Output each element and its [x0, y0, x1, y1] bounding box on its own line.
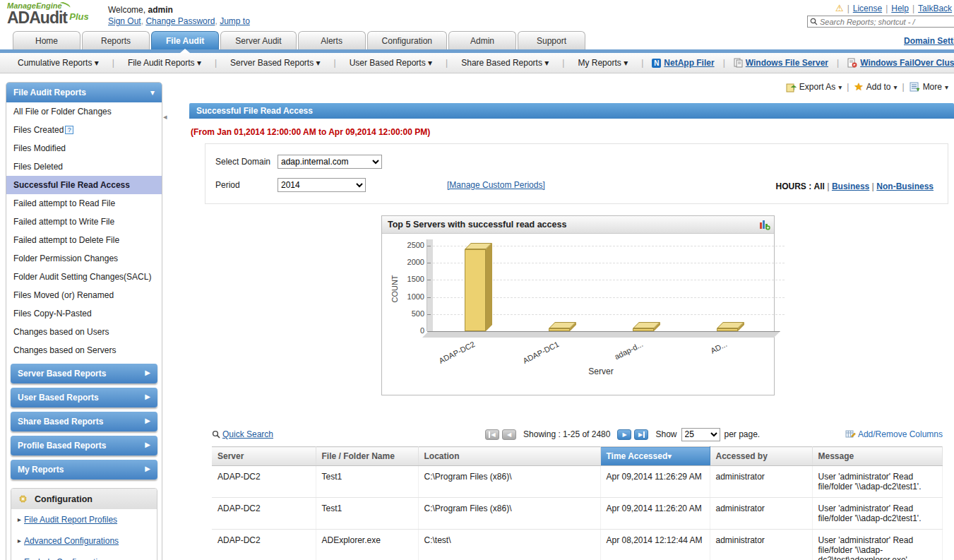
- manage-custom-periods-link[interactable]: [Manage Custom Periods]: [447, 180, 545, 190]
- domain-filter-row: Select Domain adap.internal.com: [215, 155, 382, 169]
- cell-accessed-by: administrator: [710, 466, 812, 498]
- sidebar-item-all-file-or-folder-changes[interactable]: All File or Folder Changes: [6, 102, 162, 121]
- sidebar-item-failed-write[interactable]: Failed attempt to Write File: [6, 213, 162, 231]
- period-select[interactable]: 2014: [278, 178, 366, 192]
- quick-search-button[interactable]: Quick Search: [212, 429, 273, 439]
- menu-share-based-reports[interactable]: Share Based Reports ▾: [452, 58, 558, 68]
- talkback-link[interactable]: TalkBack: [918, 4, 952, 13]
- hours-all: All: [814, 181, 825, 191]
- menu-label: File Audit Reports: [128, 58, 195, 68]
- sidebar-item-files-moved-renamed[interactable]: Files Moved (or) Renamed: [6, 286, 162, 304]
- menu-file-audit-reports[interactable]: File Audit Reports ▾: [119, 58, 210, 68]
- col-header-accessed-by[interactable]: Accessed by: [710, 447, 812, 466]
- select-domain-label: Select Domain: [215, 157, 278, 167]
- chart-header: Top 5 Servers with successful read acces…: [382, 216, 774, 234]
- sidebar-header-file-audit-reports[interactable]: File Audit Reports ▾: [6, 83, 162, 102]
- search-icon: [810, 18, 818, 25]
- first-page-button[interactable]: ◀: [485, 429, 499, 440]
- sidebar-section-my-reports[interactable]: My Reports▶: [11, 460, 157, 479]
- quick-search-label: Quick Search: [222, 429, 273, 439]
- sidebar-section-server-based-reports[interactable]: Server Based Reports▶: [11, 364, 157, 383]
- warning-icon[interactable]: ⚠: [835, 3, 844, 13]
- tab-configuration[interactable]: Configuration: [367, 31, 447, 49]
- sidebar-item-files-copy-n-pasted[interactable]: Files Copy-N-Pasted: [6, 304, 162, 323]
- help-link[interactable]: Help: [891, 4, 909, 13]
- sidebar-item-files-created[interactable]: Files Created?: [6, 121, 162, 139]
- next-page-button[interactable]: ▶: [617, 429, 631, 440]
- tab-home[interactable]: Home: [13, 31, 81, 49]
- sidebar-item-successful-file-read-access[interactable]: Successful File Read Access: [6, 176, 162, 194]
- tab-file-audit[interactable]: File Audit: [151, 31, 219, 49]
- cell-server: ADAP-DC2: [212, 530, 316, 560]
- tab-admin[interactable]: Admin: [448, 31, 516, 49]
- config-link-exclude-configuration[interactable]: ▾Exclude Configuration: [11, 552, 157, 560]
- cell-time: Apr 09,2014 11:26:29 AM: [600, 466, 710, 498]
- domain-settings-link[interactable]: Domain Settings: [904, 36, 954, 46]
- prev-page-button[interactable]: ◀: [502, 429, 516, 440]
- sidebar-section-profile-based-reports[interactable]: Profile Based Reports▶: [11, 436, 157, 455]
- username: admin: [148, 5, 172, 15]
- sidebar-item-folder-audit-setting-changes[interactable]: Folder Audit Setting Changes(SACL): [6, 268, 162, 286]
- arrow-icon: ▾: [15, 539, 23, 542]
- sidebar-section-share-based-reports[interactable]: Share Based Reports▶: [11, 412, 157, 431]
- menu-my-reports[interactable]: My Reports ▾: [568, 58, 637, 68]
- file-server-icon: [734, 58, 743, 68]
- netapp-filer-link[interactable]: NNetApp Filer: [652, 58, 714, 68]
- sidebar-item-changes-based-on-servers[interactable]: Changes based on Servers: [6, 341, 162, 359]
- table-header-row: Server File / Folder Name Location Time …: [212, 447, 943, 466]
- license-link[interactable]: License: [853, 4, 882, 13]
- add-remove-columns-button[interactable]: Add/Remove Columns: [845, 429, 943, 439]
- hours-non-business-link[interactable]: Non-Business: [876, 181, 934, 191]
- sidebar-item-failed-delete[interactable]: Failed attempt to Delete File: [6, 231, 162, 249]
- add-to-button[interactable]: ★ Add to ▾: [854, 81, 897, 93]
- domain-select[interactable]: adap.internal.com: [278, 155, 382, 169]
- sign-out-link[interactable]: Sign Out: [108, 16, 141, 26]
- col-header-server[interactable]: Server: [212, 447, 316, 466]
- cell-file-name: ADExplorer.exe: [316, 530, 418, 560]
- windows-file-server-link[interactable]: Windows File Server: [734, 58, 828, 68]
- change-password-link[interactable]: Change Password: [145, 16, 215, 26]
- sidebar-item-files-modified[interactable]: Files Modified: [6, 139, 162, 157]
- menu-cumulative-reports[interactable]: Cumulative Reports ▾: [8, 58, 108, 68]
- showing-range: 1-25 of 2480: [563, 429, 610, 439]
- config-link-advanced-configurations[interactable]: ▾Advanced Configurations: [11, 530, 157, 552]
- table-row: ADAP-DC2 Test1 C:\Program Files (x86)\ A…: [212, 466, 943, 498]
- menu-label: User Based Reports: [350, 58, 426, 68]
- sidebar-collapse-handle[interactable]: ◂: [163, 107, 170, 126]
- separator: ,: [215, 16, 217, 26]
- col-header-time-accessed[interactable]: Time Accessed▾: [600, 447, 710, 466]
- sidebar-item-changes-based-on-users[interactable]: Changes based on Users: [6, 323, 162, 341]
- separator: ,: [141, 16, 143, 26]
- cell-message: User 'administrator' Read file/folder '\…: [812, 466, 943, 498]
- sidebar-item-files-deleted[interactable]: Files Deleted: [6, 157, 162, 176]
- col-header-location[interactable]: Location: [418, 447, 600, 466]
- col-header-message[interactable]: Message: [812, 447, 943, 466]
- last-page-button[interactable]: ▶: [634, 429, 648, 440]
- menu-server-based-reports[interactable]: Server Based Reports ▾: [221, 58, 329, 68]
- tab-support[interactable]: Support: [518, 31, 585, 49]
- chart-panel: Top 5 Servers with successful read acces…: [381, 215, 775, 395]
- config-link-file-audit-report-profiles[interactable]: ▾File Audit Report Profiles: [11, 509, 157, 530]
- help-icon[interactable]: ?: [65, 126, 73, 134]
- configuration-header: Configuration: [11, 489, 157, 509]
- col-header-file-folder-name[interactable]: File / Folder Name: [316, 447, 418, 466]
- hours-business-link[interactable]: Business: [832, 181, 869, 191]
- page-size-select[interactable]: 25: [681, 428, 720, 441]
- tab-alerts[interactable]: Alerts: [298, 31, 366, 49]
- configuration-box: Configuration ▾File Audit Report Profile…: [11, 488, 157, 560]
- windows-failover-cluster-link[interactable]: Windows FailOver Cluster: [847, 58, 954, 68]
- chevron-down-icon: ▾: [428, 58, 432, 68]
- jump-to-link[interactable]: Jump to: [220, 16, 250, 26]
- export-as-button[interactable]: Export As ▾: [786, 82, 842, 93]
- chart-type-icon[interactable]: [759, 219, 770, 232]
- tab-server-audit[interactable]: Server Audit: [220, 31, 296, 49]
- search-input[interactable]: [820, 18, 947, 26]
- cell-server: ADAP-DC2: [212, 498, 316, 530]
- more-button[interactable]: More ▾: [910, 82, 948, 93]
- sidebar-item-folder-permission-changes[interactable]: Folder Permission Changes: [6, 249, 162, 268]
- chevron-down-icon: ▾: [544, 58, 549, 68]
- sidebar-item-failed-read[interactable]: Failed attempt to Read File: [6, 194, 162, 213]
- sidebar-section-user-based-reports[interactable]: User Based Reports▶: [11, 388, 157, 407]
- menu-user-based-reports[interactable]: User Based Reports ▾: [340, 58, 441, 68]
- tab-reports[interactable]: Reports: [82, 31, 150, 49]
